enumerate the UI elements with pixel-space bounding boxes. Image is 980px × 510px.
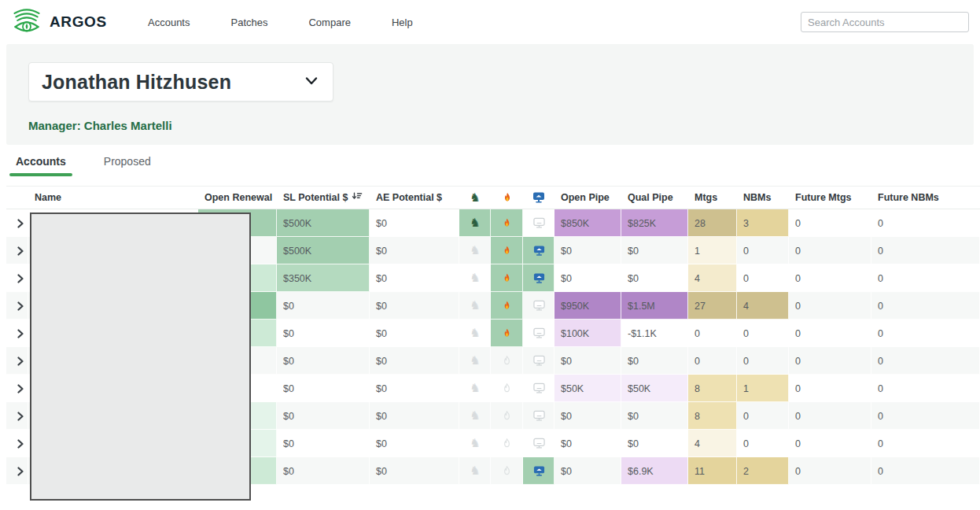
row-expand-button[interactable] — [6, 430, 28, 457]
row-expand-button[interactable] — [6, 375, 28, 402]
future-nbms-cell: 0 — [871, 320, 980, 347]
sl-potential-cell: $350K — [277, 264, 370, 292]
header-expand-spacer — [6, 187, 28, 209]
sl-potential-cell: $500K — [277, 237, 370, 264]
row-expand-button[interactable] — [6, 402, 28, 430]
nbms-cell: 0 — [737, 347, 789, 375]
row-expand-button[interactable] — [6, 264, 28, 292]
qual-pipe-cell: $0 — [621, 264, 688, 292]
future-nbms-cell: 0 — [871, 209, 980, 237]
mtgs-cell: 11 — [688, 457, 737, 485]
row-expand-button[interactable] — [6, 320, 28, 347]
header-chess-knight-icon[interactable]: ♞ — [459, 187, 491, 209]
redaction-overlay — [30, 213, 251, 501]
row-expand-button[interactable] — [6, 292, 28, 320]
nbms-cell: 0 — [737, 430, 789, 457]
future-nbms-cell: 0 — [871, 375, 980, 402]
future-mtgs-cell: 0 — [789, 237, 871, 264]
header-ae-potential[interactable]: AE Potential $ — [370, 187, 459, 209]
header-mtgs[interactable]: Mtgs — [688, 187, 737, 209]
chevron-down-icon — [304, 75, 319, 89]
chess-knight-icon: ♞ — [459, 292, 491, 320]
header-sl-potential-label: SL Potential $ — [283, 192, 348, 203]
brand-name: ARGOS — [50, 13, 107, 31]
mtgs-cell: 4 — [688, 430, 737, 457]
mtgs-cell: 1 — [688, 237, 737, 264]
person-selector-dropdown[interactable]: Jonathan Hitzhusen — [28, 62, 333, 102]
row-expand-button[interactable] — [6, 347, 28, 375]
presentation-icon — [523, 457, 554, 485]
chess-knight-icon: ♞ — [459, 264, 491, 292]
presentation-icon — [523, 237, 554, 264]
ae-potential-cell: $0 — [370, 347, 459, 375]
presentation-icon — [523, 320, 554, 347]
nav-item-help[interactable]: Help — [392, 17, 413, 28]
top-navigation-bar: ARGOS Accounts Patches Compare Help — [0, 0, 980, 44]
tab-proposed[interactable]: Proposed — [101, 155, 154, 176]
nav-item-patches[interactable]: Patches — [230, 17, 267, 28]
search-container — [801, 12, 969, 32]
open-pipe-cell: $0 — [554, 402, 621, 430]
header-open-renewal[interactable]: Open Renewal — [198, 187, 277, 209]
mtgs-cell: 0 — [688, 320, 737, 347]
qual-pipe-cell: $0 — [621, 237, 688, 264]
open-pipe-cell: $50K — [554, 375, 621, 402]
flame-icon — [491, 347, 523, 375]
chess-knight-icon: ♞ — [459, 347, 491, 375]
nbms-cell: 2 — [737, 457, 789, 485]
manager-label: Manager: Charles Martelli — [28, 119, 172, 132]
ae-potential-cell: $0 — [370, 375, 459, 402]
nbms-cell: 0 — [737, 402, 789, 430]
row-expand-button[interactable] — [6, 209, 28, 237]
row-expand-button[interactable] — [6, 237, 28, 264]
header-name[interactable]: Name — [28, 187, 198, 209]
header-sl-potential[interactable]: SL Potential $ — [277, 187, 370, 209]
mtgs-cell: 27 — [688, 292, 737, 320]
presentation-icon — [523, 264, 554, 292]
header-future-nbms[interactable]: Future NBMs — [871, 187, 980, 209]
header-open-pipe[interactable]: Open Pipe — [554, 187, 621, 209]
future-mtgs-cell: 0 — [789, 430, 871, 457]
tab-accounts[interactable]: Accounts — [13, 155, 69, 176]
future-nbms-cell: 0 — [871, 237, 980, 264]
sl-potential-cell: $0 — [277, 320, 370, 347]
mtgs-cell: 28 — [688, 209, 737, 237]
argos-logo[interactable]: ARGOS — [11, 6, 112, 38]
future-mtgs-cell: 0 — [789, 402, 871, 430]
header-presentation-icon[interactable] — [523, 187, 554, 209]
nav-item-compare[interactable]: Compare — [308, 17, 350, 28]
qual-pipe-cell: $1.5M — [621, 292, 688, 320]
ae-potential-cell: $0 — [370, 237, 459, 264]
open-pipe-cell: $0 — [554, 457, 621, 485]
nbms-cell: 0 — [737, 320, 789, 347]
header-flame-icon[interactable] — [491, 187, 523, 209]
mtgs-cell: 0 — [688, 347, 737, 375]
row-expand-button[interactable] — [6, 457, 28, 485]
sl-potential-cell: $0 — [277, 347, 370, 375]
sl-potential-cell: $0 — [277, 402, 370, 430]
ae-potential-cell: $0 — [370, 457, 459, 485]
search-accounts-input[interactable] — [801, 12, 969, 32]
sl-potential-cell: $0 — [277, 457, 370, 485]
selected-person-name: Jonathan Hitzhusen — [42, 71, 231, 94]
sl-potential-cell: $0 — [277, 375, 370, 402]
nav-item-accounts[interactable]: Accounts — [148, 17, 190, 28]
header-qual-pipe[interactable]: Qual Pipe — [621, 187, 688, 209]
qual-pipe-cell: -$1.1K — [621, 320, 688, 347]
qual-pipe-cell: $0 — [621, 430, 688, 457]
header-future-mtgs[interactable]: Future Mtgs — [789, 187, 871, 209]
presentation-icon — [523, 209, 554, 237]
chess-knight-icon: ♞ — [459, 457, 491, 485]
future-mtgs-cell: 0 — [789, 347, 871, 375]
chess-knight-icon: ♞ — [459, 430, 491, 457]
future-nbms-cell: 0 — [871, 292, 980, 320]
chess-knight-icon: ♞ — [459, 402, 491, 430]
ae-potential-cell: $0 — [370, 292, 459, 320]
qual-pipe-cell: $0 — [621, 347, 688, 375]
chess-knight-icon: ♞ — [459, 375, 491, 402]
ae-potential-cell: $0 — [370, 264, 459, 292]
nbms-cell: 0 — [737, 237, 789, 264]
header-nbms[interactable]: NBMs — [737, 187, 789, 209]
nbms-cell: 0 — [737, 264, 789, 292]
tab-bar: Accounts Proposed — [0, 145, 980, 176]
